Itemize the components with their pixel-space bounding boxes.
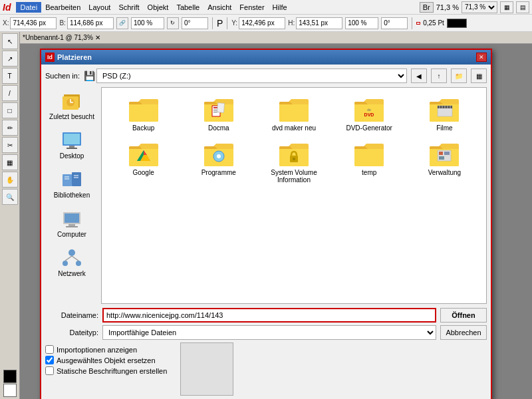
menu-datei[interactable]: Datei [16,2,41,13]
filetype-row: Dateityp: Importfähige Dateien Abbrechen [45,325,487,340]
sidebar-computer-label: Computer [57,231,86,238]
svg-rect-31 [439,106,440,108]
angle1-input[interactable] [182,17,208,29]
rotation-icon: ↻ [167,17,179,29]
folder-verwaltung-label: Verwaltung [428,169,461,176]
folder-dvdgen-icon: DVD de [353,96,385,123]
y-input[interactable] [239,17,285,29]
recent-icon [61,90,82,112]
folder-dvdgen[interactable]: DVD de DVD-Generator [333,93,406,135]
menu-hilfe[interactable]: Hilfe [269,2,291,13]
sidebar-desktop[interactable]: Desktop [45,126,98,163]
menu-schrift[interactable]: Schrift [114,2,143,13]
menu-bar: Id Datei Bearbeiten Layout Schrift Objek… [0,0,532,15]
h-field: H: [288,17,342,29]
checkboxes: Importoptionen anzeigen Ausgewähltes Obj… [45,342,167,396]
filename-input[interactable] [102,308,436,323]
folder-programme[interactable]: Programme [182,138,255,187]
filename-label: Dateiname: [45,311,98,319]
menu-bearbeiten[interactable]: Bearbeiten [41,2,84,13]
checkbox-importoptions[interactable]: Importoptionen anzeigen [45,345,167,354]
dialog-close-btn[interactable]: ✕ [476,53,487,62]
folder-filme[interactable]: Filme [408,93,481,135]
sidebar-libraries[interactable]: Bibliotheken [45,166,98,202]
svg-text:de: de [367,108,371,112]
sidebar-computer[interactable]: Computer [45,205,98,241]
stroke-color[interactable] [3,384,17,397]
line-tool[interactable]: / [2,85,18,101]
pencil-tool[interactable]: ✏ [2,120,18,136]
checkbox-static[interactable]: Statische Beschriftungen erstellen [45,366,167,375]
zoom-dropdown[interactable]: 71,3 % [462,1,497,13]
location-label: Suchen in: [45,72,80,80]
folder-sysvolinfo[interactable]: System Volume Information [257,138,330,187]
folder-temp[interactable]: temp [333,138,406,187]
svg-rect-4 [64,134,80,144]
x-label: X: [3,19,9,27]
svg-rect-26 [217,103,224,113]
menu-tabelle[interactable]: Tabelle [172,2,203,13]
dialog-title-text: Platzieren [57,53,92,61]
replace-check[interactable] [45,356,54,364]
importoptions-check[interactable] [45,345,54,354]
svg-rect-47 [444,152,450,155]
computer-icon [61,208,82,229]
cancel-btn[interactable]: Abbrechen [440,325,487,340]
sidebar-recent[interactable]: Zuletzt besucht [45,87,98,124]
filetype-select[interactable]: Importfähige Dateien [102,325,436,340]
menu-objekt[interactable]: Objekt [144,2,173,13]
b-input[interactable] [67,17,114,29]
folder-verwaltung[interactable]: Verwaltung [408,138,481,187]
angle2-field [381,17,408,29]
direct-select-tool[interactable]: ↗ [2,51,18,66]
file-grid: Backup [101,87,487,304]
type-tool[interactable]: T [2,68,18,84]
static-check[interactable] [45,366,54,375]
folder-docma[interactable]: Docma [182,93,255,135]
zoom-tool[interactable]: 🔍 [2,189,18,205]
view-btn[interactable]: ▦ [471,68,487,83]
folder-google[interactable]: Google [107,138,180,187]
layout-btn2[interactable]: ▤ [516,1,529,13]
scissors-tool[interactable]: ✂ [2,137,18,153]
angle2-input[interactable] [381,17,408,29]
back-btn[interactable]: ◀ [411,68,427,83]
open-btn[interactable]: Öffnen [440,308,487,323]
new-folder-btn[interactable]: 📁 [451,68,467,83]
filename-row: Dateiname: Öffnen [45,308,487,323]
lock-ratio-btn[interactable]: 🔗 [116,17,128,29]
fill-color[interactable] [3,370,17,383]
layout-btn1[interactable]: ▦ [500,1,513,13]
main-area: ↖ ↗ T / □ ✏ ✂ ▦ ✋ 🔍 *Unbenannt-1 @ 71,3%… [0,32,532,399]
svg-rect-8 [72,172,81,186]
up-btn[interactable]: ↑ [431,68,447,83]
menu-fenster[interactable]: Fenster [235,2,268,13]
y-label: Y: [231,19,237,27]
stroke-color-indicator[interactable] [416,22,420,25]
scaley-input[interactable] [345,17,378,29]
rect-tool[interactable]: □ [2,102,18,118]
svg-point-17 [68,249,75,256]
hand-tool[interactable]: ✋ [2,172,18,188]
folder-dvdmaker-icon [278,96,310,123]
gradient-tool[interactable]: ▦ [2,154,18,170]
sidebar-network[interactable]: Netzwerk [45,244,98,281]
bridge-btn[interactable]: Br [420,2,434,13]
checkbox-replace[interactable]: Ausgewähltes Objekt ersetzen [45,356,167,364]
x-input[interactable] [10,17,57,29]
svg-rect-15 [68,224,75,226]
menu-ansicht[interactable]: Ansicht [203,2,235,13]
svg-rect-14 [65,213,79,223]
scalex-input[interactable] [131,17,164,29]
select-tool[interactable]: ↖ [2,33,18,49]
h-input[interactable] [296,17,342,29]
content-area: Zuletzt besucht Desktop [45,87,487,304]
sidebar-recent-label: Zuletzt besucht [49,113,94,120]
folder-verwaltung-icon [428,141,460,168]
location-dropdown[interactable]: PSD (Z:) [96,68,407,83]
menu-layout[interactable]: Layout [84,2,114,13]
folder-backup[interactable]: Backup [107,93,180,135]
importoptions-label: Importoptionen anzeigen [57,346,137,354]
color-swatch[interactable] [447,19,467,28]
folder-dvdmaker[interactable]: dvd maker neu [257,93,330,135]
